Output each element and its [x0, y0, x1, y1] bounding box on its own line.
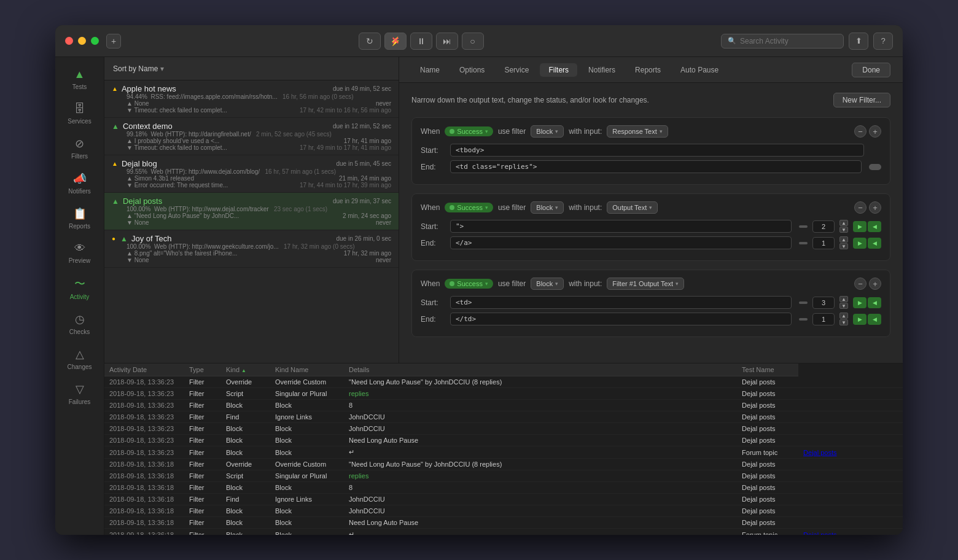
column-header-date[interactable]: Activity Date	[104, 364, 184, 376]
refresh-button[interactable]: ↻	[359, 33, 381, 50]
disable-button[interactable]: ⚡ ✕	[384, 33, 407, 50]
start-input-1[interactable]	[450, 144, 864, 157]
table-row[interactable]: 2018-09-18, 13:36:18 Filter Block Block …	[104, 505, 903, 517]
table-row[interactable]: 2018-09-18, 13:36:18 Filter Block Block …	[104, 529, 903, 535]
close-button[interactable]	[65, 37, 73, 45]
input-type-select-2[interactable]: Output Text▾	[607, 201, 658, 214]
prev-button[interactable]: ▶	[853, 238, 866, 249]
table-row[interactable]: 2018-09-18, 13:36:23 Filter Block Block …	[104, 446, 903, 459]
monitor-item[interactable]: ▲ Context demo due in 12 min, 52 sec 99.…	[104, 118, 399, 155]
increment-button[interactable]: ▲	[839, 296, 848, 302]
tab-reports[interactable]: Reports	[626, 63, 669, 77]
table-row[interactable]: 2018-09-18, 13:36:23 Filter Override Ove…	[104, 376, 903, 388]
end-input-2[interactable]	[450, 236, 792, 249]
column-header-kind-name[interactable]: Kind Name	[270, 364, 344, 376]
tab-service[interactable]: Service	[496, 63, 537, 77]
tab-notifiers[interactable]: Notifiers	[580, 63, 624, 77]
table-row[interactable]: 2018-09-18, 13:36:23 Filter Find Ignore …	[104, 411, 903, 423]
filter-type-select-3[interactable]: Block▾	[531, 278, 564, 290]
table-row[interactable]: 2018-09-18, 13:36:18 Filter Override Ove…	[104, 459, 903, 470]
prev-button[interactable]: ▶	[853, 297, 866, 308]
end-num-3[interactable]	[812, 313, 835, 325]
share-button[interactable]: ⬆	[849, 33, 868, 50]
end-input-3[interactable]	[450, 313, 792, 325]
tab-name[interactable]: Name	[411, 63, 448, 77]
decrement-button[interactable]: ▼	[839, 227, 848, 233]
add-filter-button[interactable]: +	[869, 125, 881, 138]
table-row[interactable]: 2018-09-18, 13:36:23 Filter Block Block …	[104, 423, 903, 435]
remove-filter-button[interactable]: −	[854, 125, 866, 138]
remove-filter-button[interactable]: −	[854, 278, 866, 290]
sidebar-item-changes[interactable]: △ Changes	[55, 341, 104, 376]
column-header-kind[interactable]: Kind ▲	[221, 364, 270, 376]
next-button[interactable]: ◀	[868, 221, 881, 232]
help-button[interactable]: ?	[873, 33, 893, 50]
sidebar-item-preview[interactable]: 👁 Preview	[55, 236, 104, 270]
monitor-item[interactable]: ▲ Dejal posts due in 29 min, 37 sec 100.…	[104, 193, 399, 230]
monitor-item[interactable]: ▲ Apple hot news due in 49 min, 52 sec 9…	[104, 80, 399, 118]
decrement-button[interactable]: ▼	[839, 319, 848, 325]
table-row[interactable]: 2018-09-18, 13:36:23 Filter Script Singu…	[104, 388, 903, 400]
column-header-details[interactable]: Details	[344, 364, 737, 376]
search-box[interactable]: 🔍	[721, 34, 844, 49]
sort-button[interactable]: Sort by Name ▾	[113, 64, 164, 73]
status-success-pill[interactable]: Success ▾	[445, 203, 493, 212]
table-row[interactable]: 2018-09-18, 13:36:18 Filter Find Ignore …	[104, 494, 903, 505]
sidebar-item-checks[interactable]: ◷ Checks	[55, 306, 104, 341]
status-success-pill[interactable]: Success ▾	[445, 126, 493, 136]
end-num-2[interactable]	[812, 237, 835, 249]
filter-type-select-1[interactable]: Block▾	[531, 125, 564, 138]
maximize-button[interactable]	[91, 37, 99, 45]
sidebar-item-reports[interactable]: 📋 Reports	[55, 201, 104, 236]
sidebar-item-services[interactable]: 🗄 Services	[55, 96, 104, 131]
column-header-test-name[interactable]: Test Name	[737, 364, 798, 376]
done-button[interactable]: Done	[852, 63, 890, 77]
table-row[interactable]: 2018-09-18, 13:36:23 Filter Block Block …	[104, 435, 903, 446]
minimize-button[interactable]	[78, 37, 86, 45]
step-button[interactable]: ⏭	[436, 33, 458, 50]
tab-auto-pause[interactable]: Auto Pause	[672, 63, 727, 77]
end-input-1[interactable]	[450, 160, 862, 173]
table-row[interactable]: 2018-09-18, 13:36:18 Filter Block Block …	[104, 517, 903, 529]
table-row[interactable]: 2018-09-18, 13:36:23 Filter Block Block …	[104, 400, 903, 411]
start-input-2[interactable]	[450, 220, 792, 233]
add-button[interactable]: +	[106, 34, 121, 49]
activity-table[interactable]: Activity Date Type Kind ▲ Kind Name Deta…	[104, 364, 903, 535]
monitor-item[interactable]: ▲ Dejal blog due in 5 min, 45 sec 99.55%…	[104, 155, 399, 193]
new-filter-button[interactable]: New Filter...	[833, 93, 890, 107]
increment-button[interactable]: ▲	[839, 220, 848, 226]
filter-type-select-2[interactable]: Block▾	[531, 201, 564, 214]
pause-button[interactable]: ⏸	[410, 33, 432, 50]
start-num-2[interactable]	[812, 220, 835, 233]
column-header-type[interactable]: Type	[184, 364, 221, 376]
add-filter-button[interactable]: +	[869, 278, 881, 290]
sidebar-item-filters[interactable]: ⊘ Filters	[55, 131, 104, 166]
monitor-item[interactable]: ● ▲ Joy of Tech due in 26 min, 0 sec 100…	[104, 230, 399, 268]
record-button[interactable]: ○	[462, 33, 484, 50]
next-button[interactable]: ◀	[868, 314, 881, 325]
prev-button[interactable]: ▶	[853, 314, 866, 325]
start-input-3[interactable]	[450, 296, 792, 309]
sidebar-item-notifiers[interactable]: 📣 Notifiers	[55, 166, 104, 201]
tab-filters[interactable]: Filters	[540, 63, 577, 77]
sidebar-item-tests[interactable]: ▲ Tests	[55, 62, 104, 96]
decrement-button[interactable]: ▼	[839, 303, 848, 309]
prev-button[interactable]: ▶	[853, 221, 866, 232]
next-button[interactable]: ◀	[868, 297, 881, 308]
remove-filter-button[interactable]: −	[854, 201, 866, 214]
decrement-button[interactable]: ▼	[839, 243, 848, 249]
add-filter-button[interactable]: +	[869, 201, 881, 214]
increment-button[interactable]: ▲	[839, 313, 848, 319]
search-input[interactable]	[740, 37, 832, 45]
input-type-select-1[interactable]: Response Text▾	[607, 125, 668, 138]
table-row[interactable]: 2018-09-18, 13:36:18 Filter Block Block …	[104, 482, 903, 494]
sidebar-item-activity[interactable]: 〜 Activity	[55, 270, 104, 306]
start-num-3[interactable]	[812, 297, 835, 309]
next-button[interactable]: ◀	[868, 238, 881, 249]
status-success-pill[interactable]: Success ▾	[445, 279, 493, 289]
table-row[interactable]: 2018-09-18, 13:36:18 Filter Script Singu…	[104, 470, 903, 482]
tab-options[interactable]: Options	[451, 63, 493, 77]
sidebar-item-failures[interactable]: ▽ Failures	[55, 376, 104, 411]
increment-button[interactable]: ▲	[839, 236, 848, 243]
input-type-select-3[interactable]: Filter #1 Output Text▾	[607, 278, 684, 290]
